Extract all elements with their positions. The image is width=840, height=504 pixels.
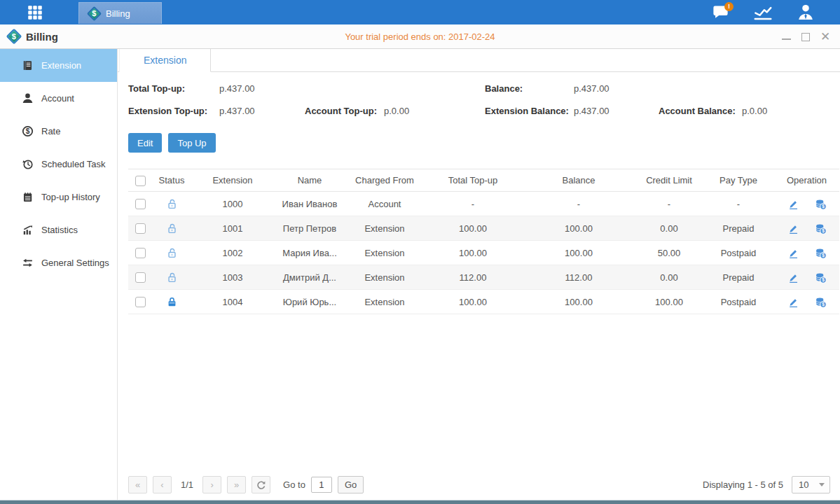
edit-pencil-icon[interactable] <box>787 223 799 234</box>
window-title-bar: $ Billing Your trial period ends on: 201… <box>0 24 840 49</box>
extension-cell: 1002 <box>191 241 274 265</box>
column-header: Pay Type <box>703 169 774 192</box>
refresh-icon <box>256 479 267 491</box>
sidebar-item-label: Account <box>41 93 74 104</box>
sidebar-item-general-settings[interactable]: General Settings <box>0 246 117 279</box>
name-cell: Юрий Юрь... <box>274 290 345 314</box>
row-checkbox[interactable] <box>135 248 146 258</box>
sidebar-item-top-up-history[interactable]: Top-up History <box>0 181 117 214</box>
chart-icon <box>752 2 773 23</box>
name-cell: Иван Иванов <box>274 192 345 216</box>
first-page-button[interactable]: « <box>128 476 147 493</box>
pay-type-cell: Postpaid <box>703 290 774 314</box>
window-title-text: Billing <box>26 31 58 43</box>
goto-page-input[interactable] <box>311 477 332 493</box>
topup-coins-icon[interactable] <box>815 296 827 308</box>
extension-cell: 1001 <box>191 216 274 241</box>
row-checkbox[interactable] <box>135 223 146 234</box>
extensions-table: StatusExtensionNameCharged FromTotal Top… <box>128 169 839 314</box>
sidebar-item-label: General Settings <box>41 258 109 268</box>
window-title: $ Billing <box>8 31 58 43</box>
page-size-select[interactable]: 10 <box>792 476 830 493</box>
billing-app-tab[interactable]: $ Billing <box>78 2 162 24</box>
credit-limit-cell: 50.00 <box>635 241 703 265</box>
charged-from-cell: Account <box>345 192 424 216</box>
edit-pencil-icon[interactable] <box>787 296 799 308</box>
chevron-down-icon <box>819 483 825 486</box>
charged-from-cell: Extension <box>345 241 424 265</box>
row-checkbox[interactable] <box>135 272 146 283</box>
topup-coins-icon[interactable] <box>815 223 827 234</box>
table-row: 1004 Юрий Юрь... Extension 100.00 100.00… <box>128 290 839 314</box>
top-up-button[interactable]: Top Up <box>168 133 215 153</box>
sidebar-item-statistics[interactable]: Statistics <box>0 214 117 246</box>
lock-open-icon[interactable] <box>166 198 178 210</box>
row-checkbox[interactable] <box>135 297 146 307</box>
balance-cell: 112.00 <box>522 265 635 290</box>
prev-page-button[interactable]: ‹ <box>153 476 172 493</box>
next-page-button[interactable]: › <box>202 476 221 493</box>
billing-diamond-icon: $ <box>87 6 102 20</box>
total-topup-cell: 100.00 <box>424 241 522 265</box>
balance-cell: 100.00 <box>522 216 635 241</box>
charged-from-cell: Extension <box>345 290 424 314</box>
extension-icon <box>22 59 34 71</box>
sidebar-item-rate[interactable]: Rate <box>0 115 117 148</box>
select-all-checkbox[interactable] <box>135 176 146 186</box>
lock-closed-icon[interactable] <box>166 296 178 308</box>
balance-label: Balance: <box>485 83 574 94</box>
minimize-button[interactable] <box>782 34 791 40</box>
table-row: 1000 Иван Иванов Account - - - - <box>128 192 839 216</box>
pay-type-cell: Prepaid <box>703 216 774 241</box>
sidebar-item-label: Scheduled Task <box>41 159 106 169</box>
sidebar-item-extension[interactable]: Extension <box>0 49 117 82</box>
resource-monitor-button[interactable] <box>751 2 775 23</box>
maximize-button[interactable] <box>801 33 810 41</box>
refresh-button[interactable] <box>252 476 270 493</box>
charged-from-cell: Extension <box>345 265 424 290</box>
total-topup-label: Total Top-up: <box>128 83 219 94</box>
credit-limit-cell: 0.00 <box>635 216 703 241</box>
user-menu-button[interactable] <box>794 2 818 23</box>
top-bar: $ Billing ! <box>0 0 840 24</box>
column-header: Credit Limit <box>635 169 703 192</box>
general-settings-icon <box>22 257 34 269</box>
total-topup-cell: - <box>424 192 522 216</box>
close-button[interactable]: ✕ <box>820 32 830 42</box>
column-header: Charged From <box>345 169 424 192</box>
account-icon <box>22 92 34 104</box>
app-launcher-button[interactable] <box>20 0 50 24</box>
column-header: Operation <box>774 169 839 192</box>
balance-cell: 100.00 <box>522 290 635 314</box>
pay-type-cell: Prepaid <box>703 265 774 290</box>
notifications-button[interactable]: ! <box>708 2 732 23</box>
lock-open-icon[interactable] <box>166 223 178 234</box>
lock-open-icon[interactable] <box>166 272 178 284</box>
total-topup-cell: 100.00 <box>424 290 522 314</box>
extension-balance-label: Extension Balance: <box>485 106 574 116</box>
edit-pencil-icon[interactable] <box>787 272 799 284</box>
topup-coins-icon[interactable] <box>815 272 827 284</box>
balance-value: p.437.00 <box>574 83 659 94</box>
apps-grid-icon <box>26 4 44 22</box>
go-button[interactable]: Go <box>338 476 364 493</box>
table-row: 1002 Мария Ива... Extension 100.00 100.0… <box>128 241 839 265</box>
column-header: Total Top-up <box>424 169 522 192</box>
topup-history-icon <box>22 191 34 203</box>
row-checkbox[interactable] <box>135 199 146 209</box>
last-page-button[interactable]: » <box>227 476 246 493</box>
credit-limit-cell: 100.00 <box>635 290 703 314</box>
app-window: $ Billing ! $ Billing Your trial period … <box>0 0 840 504</box>
edit-button[interactable]: Edit <box>128 133 162 153</box>
extension-cell: 1000 <box>191 192 274 216</box>
topup-coins-icon[interactable] <box>815 198 827 210</box>
tab-extension[interactable]: Extension <box>119 49 211 72</box>
sidebar-item-scheduled-task[interactable]: Scheduled Task <box>0 148 117 181</box>
edit-pencil-icon[interactable] <box>787 247 799 259</box>
credit-limit-cell: - <box>635 192 703 216</box>
account-balance-value: p.0.00 <box>742 106 830 116</box>
lock-open-icon[interactable] <box>166 247 178 259</box>
topup-coins-icon[interactable] <box>815 247 827 259</box>
sidebar-item-account[interactable]: Account <box>0 82 117 115</box>
edit-pencil-icon[interactable] <box>787 198 799 210</box>
